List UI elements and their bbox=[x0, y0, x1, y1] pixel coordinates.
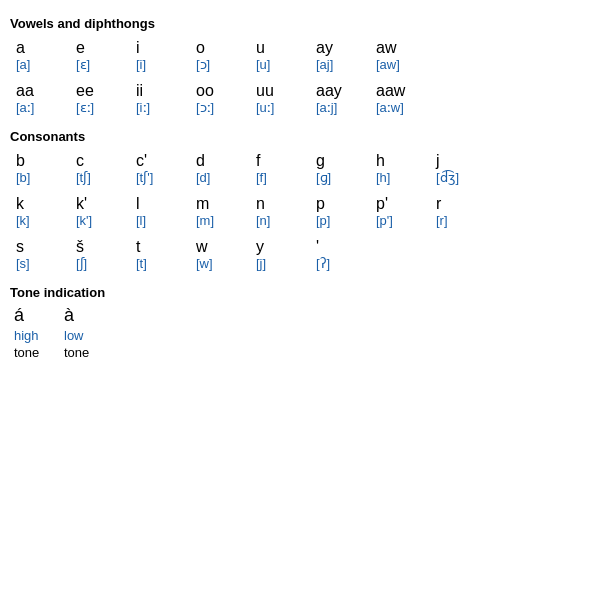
vowel-char: uu bbox=[250, 78, 310, 100]
consonant-char: w bbox=[190, 234, 250, 256]
consonant-char: ' bbox=[310, 234, 370, 256]
table-row: s š t w y ' bbox=[10, 234, 490, 256]
consonants-table: b c c' d f g h j [b] [tʃ] [tʃ'] [d] [f] … bbox=[10, 148, 490, 277]
consonant-char: y bbox=[250, 234, 310, 256]
consonant-char: m bbox=[190, 191, 250, 213]
vowel-char: aaw bbox=[370, 78, 430, 100]
vowel-char: e bbox=[70, 35, 130, 57]
ipa-cell: [r] bbox=[430, 213, 490, 234]
vowel-char: aay bbox=[310, 78, 370, 100]
ipa-cell: [ɔ] bbox=[190, 57, 250, 78]
consonant-char: r bbox=[430, 191, 490, 213]
ipa-cell: [ɔː] bbox=[190, 100, 250, 121]
ipa-cell: [f] bbox=[250, 170, 310, 191]
vowels-table: a e i o u ay aw [a] [ɛ] [i] [ɔ] [u] [aj]… bbox=[10, 35, 430, 121]
vowel-char: a bbox=[10, 35, 70, 57]
ipa-cell: [aː] bbox=[10, 100, 70, 121]
consonant-char bbox=[370, 234, 430, 256]
consonant-char: g bbox=[310, 148, 370, 170]
tone-section: Tone indication á à high low tone tone bbox=[10, 285, 602, 361]
table-row: a e i o u ay aw bbox=[10, 35, 430, 57]
consonant-char: f bbox=[250, 148, 310, 170]
ipa-cell: [aːw] bbox=[370, 100, 430, 121]
vowel-char: u bbox=[250, 35, 310, 57]
vowels-section: Vowels and diphthongs a e i o u ay aw [a… bbox=[10, 16, 602, 121]
ipa-cell: [w] bbox=[190, 256, 250, 277]
ipa-cell: [l] bbox=[130, 213, 190, 234]
vowels-title: Vowels and diphthongs bbox=[10, 16, 602, 31]
ipa-cell: [b] bbox=[10, 170, 70, 191]
vowel-char: o bbox=[190, 35, 250, 57]
consonant-char: j bbox=[430, 148, 490, 170]
ipa-cell: [h] bbox=[370, 170, 430, 191]
ipa-cell: [aj] bbox=[310, 57, 370, 78]
ipa-cell: [ɡ] bbox=[310, 170, 370, 191]
ipa-cell: [u] bbox=[250, 57, 310, 78]
vowel-char: oo bbox=[190, 78, 250, 100]
consonant-char: l bbox=[130, 191, 190, 213]
consonant-char: c' bbox=[130, 148, 190, 170]
table-row: k k' l m n p p' r bbox=[10, 191, 490, 213]
vowel-char: i bbox=[130, 35, 190, 57]
ipa-cell: [k'] bbox=[70, 213, 130, 234]
ipa-cell bbox=[370, 256, 430, 277]
tone-word-low: tone bbox=[60, 344, 110, 361]
ipa-cell: [d͡ʒ] bbox=[430, 170, 490, 191]
consonant-char: p bbox=[310, 191, 370, 213]
consonant-char: t bbox=[130, 234, 190, 256]
tone-word-high: tone bbox=[10, 344, 60, 361]
table-row: [k] [k'] [l] [m] [n] [p] [p'] [r] bbox=[10, 213, 490, 234]
vowel-char: ay bbox=[310, 35, 370, 57]
consonant-char: d bbox=[190, 148, 250, 170]
consonant-char: s bbox=[10, 234, 70, 256]
consonant-char: k bbox=[10, 191, 70, 213]
consonant-char: b bbox=[10, 148, 70, 170]
table-row: tone tone bbox=[10, 344, 110, 361]
consonant-char: k' bbox=[70, 191, 130, 213]
tone-label-low: low bbox=[60, 327, 110, 344]
table-row: [aː] [ɛː] [iː] [ɔː] [uː] [aːj] [aːw] bbox=[10, 100, 430, 121]
ipa-cell: [iː] bbox=[130, 100, 190, 121]
ipa-cell: [k] bbox=[10, 213, 70, 234]
ipa-cell: [p] bbox=[310, 213, 370, 234]
tone-table: á à high low tone tone bbox=[10, 304, 110, 361]
consonant-char: p' bbox=[370, 191, 430, 213]
tone-char-low: à bbox=[60, 304, 110, 327]
vowel-char: aw bbox=[370, 35, 430, 57]
ipa-cell: [j] bbox=[250, 256, 310, 277]
vowel-char: ee bbox=[70, 78, 130, 100]
ipa-cell: [ɛː] bbox=[70, 100, 130, 121]
ipa-cell: [tʃ] bbox=[70, 170, 130, 191]
consonant-char: š bbox=[70, 234, 130, 256]
tone-char-high: á bbox=[10, 304, 60, 327]
ipa-cell: [p'] bbox=[370, 213, 430, 234]
ipa-cell: [s] bbox=[10, 256, 70, 277]
table-row: high low bbox=[10, 327, 110, 344]
ipa-cell: [aːj] bbox=[310, 100, 370, 121]
ipa-cell: [ʔ] bbox=[310, 256, 370, 277]
consonants-title: Consonants bbox=[10, 129, 602, 144]
ipa-cell: [i] bbox=[130, 57, 190, 78]
table-row: b c c' d f g h j bbox=[10, 148, 490, 170]
tone-label-high: high bbox=[10, 327, 60, 344]
ipa-cell: [a] bbox=[10, 57, 70, 78]
consonants-section: Consonants b c c' d f g h j [b] [tʃ] [tʃ… bbox=[10, 129, 602, 277]
vowel-char: aa bbox=[10, 78, 70, 100]
ipa-cell: [n] bbox=[250, 213, 310, 234]
tone-title: Tone indication bbox=[10, 285, 602, 300]
consonant-char: c bbox=[70, 148, 130, 170]
consonant-char: n bbox=[250, 191, 310, 213]
consonant-char bbox=[430, 234, 490, 256]
vowel-char: ii bbox=[130, 78, 190, 100]
ipa-cell bbox=[430, 256, 490, 277]
table-row: [s] [ʃ] [t] [w] [j] [ʔ] bbox=[10, 256, 490, 277]
table-row: [b] [tʃ] [tʃ'] [d] [f] [ɡ] [h] [d͡ʒ] bbox=[10, 170, 490, 191]
ipa-cell: [m] bbox=[190, 213, 250, 234]
ipa-cell: [d] bbox=[190, 170, 250, 191]
consonant-char: h bbox=[370, 148, 430, 170]
ipa-cell: [tʃ'] bbox=[130, 170, 190, 191]
ipa-cell: [aw] bbox=[370, 57, 430, 78]
table-row: á à bbox=[10, 304, 110, 327]
table-row: [a] [ɛ] [i] [ɔ] [u] [aj] [aw] bbox=[10, 57, 430, 78]
ipa-cell: [ɛ] bbox=[70, 57, 130, 78]
